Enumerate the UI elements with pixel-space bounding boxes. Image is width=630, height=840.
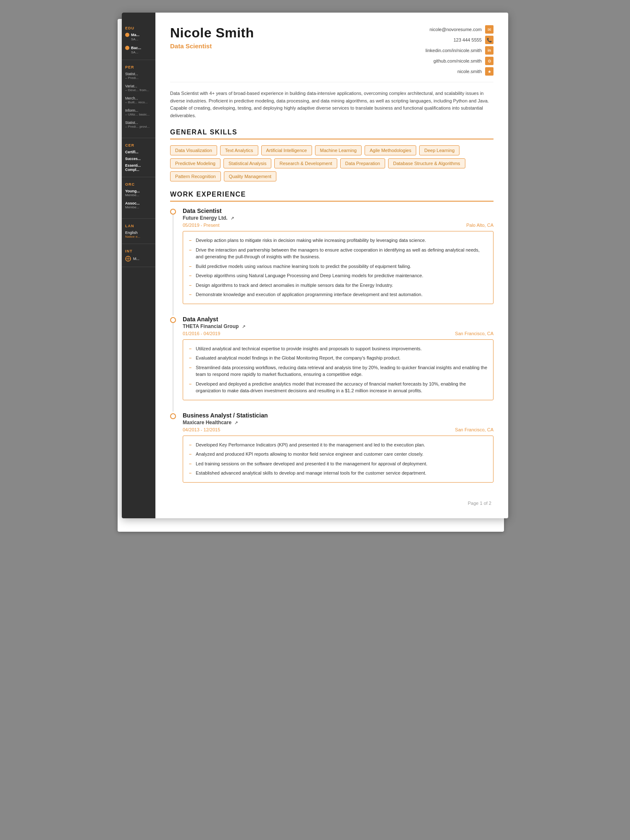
phone-icon: 📞 [485, 36, 494, 44]
skill-tag-9: Data Preparation [340, 158, 385, 168]
org-name-1: Young... [125, 189, 152, 193]
job-title-1: Data Analyst [183, 316, 494, 323]
per-item-2: Variat... – Deve... from... [125, 84, 152, 92]
sidebar-lan-label: LAN [125, 224, 152, 228]
edu-degree-1: Ma... [131, 33, 139, 37]
job-item-1: Data Analyst THETA Financial Group ↗ 01/… [170, 316, 494, 400]
sidebar-cer-section: CER Certifi... Succes... Essenti... Comp… [122, 138, 155, 177]
skill-tag-6: Predictive Modeling [170, 158, 220, 168]
lang-1: English [125, 231, 152, 235]
resume-header: Nicole Smith Data Scientist nicole@novor… [170, 25, 494, 82]
org-item-2: Assoc... Membe... [125, 201, 152, 209]
portfolio-icon: ★ [485, 67, 494, 76]
contact-linkedin: linkedin.com/in/nicole.smith in [425, 46, 494, 55]
skill-tag-11: Pattern Recognition [170, 171, 221, 181]
job-dates-1: 01/2016 - 04/2019 [183, 331, 220, 336]
job-line-1 [173, 323, 173, 412]
bullet-2-2: Led training sessions on the software de… [189, 459, 487, 469]
contact-email: nicole@novoresume.com ✉ [430, 25, 494, 34]
job-dates-0: 05/2019 - Present [183, 223, 219, 228]
phone-text: 123 444 5555 [454, 37, 482, 42]
github-text: github.com/nicole.smith [433, 58, 482, 63]
sidebar: EDU Ma... SA... Bac... SA... [122, 13, 155, 518]
job-location-2: San Francisco, CA [455, 427, 494, 432]
org-item-1: Young... Membe... [125, 189, 152, 197]
per-name-4: Inform... [125, 108, 152, 113]
contact-phone: 123 444 5555 📞 [454, 36, 494, 44]
interest-icon-1 [125, 256, 131, 262]
skill-tag-2: Artificial Intelligence [261, 145, 312, 155]
edu-school-1: SA... [131, 37, 139, 42]
per-item-4: Inform... – Utiliz... basic... [125, 108, 152, 116]
skill-tag-0: Data Visualization [170, 145, 217, 155]
edu-school-2: SA... [131, 50, 141, 55]
bullet-1-1: Evaluated analytical model findings in t… [189, 353, 487, 363]
job-bullets-0: Develop action plans to mitigate risks i… [183, 231, 494, 304]
skill-tag-12: Quality Management [224, 171, 277, 181]
linkedin-icon: in [485, 46, 494, 55]
resume-page: EDU Ma... SA... Bac... SA... [122, 13, 508, 518]
sidebar-org-section: ORC Young... Membe... Assoc... Membe... [122, 177, 155, 219]
sidebar-cer-label: CER [125, 143, 152, 147]
job-dates-location-2: 04/2013 - 12/2015 San Francisco, CA [183, 427, 494, 432]
per-sub-5: – Predi... provi... [125, 125, 152, 129]
job-company-0: Future Energy Ltd. ↗ [183, 215, 494, 221]
skill-tag-7: Statistical Analysis [223, 158, 271, 168]
bullet-1-0: Utilized analytical and technical expert… [189, 344, 487, 354]
contact-github: github.com/nicole.smith ⚙ [433, 57, 494, 65]
summary-text: Data Scientist with 4+ years of broad-ba… [170, 90, 494, 119]
bullet-2-0: Developed Key Performance Indicators (KP… [189, 440, 487, 450]
sidebar-lan-section: LAN English Native e... [122, 219, 155, 244]
skills-container: Data Visualization Text Analytics Artifi… [170, 145, 494, 181]
job-circle-2 [170, 413, 176, 419]
job-dates-location-0: 05/2019 - Present Palo Alto, CA [183, 223, 494, 228]
per-name-5: Statist... [125, 121, 152, 125]
candidate-title: Data Scientist [170, 42, 254, 50]
org-role-2: Membe... [125, 205, 152, 209]
ext-link-icon-2: ↗ [234, 420, 238, 425]
per-item-3: Merch... – Built... reco... [125, 96, 152, 104]
job-location-1: San Francisco, CA [455, 331, 494, 336]
job-circle-1 [170, 317, 176, 323]
per-name-3: Merch... [125, 96, 152, 100]
edu-degree-2: Bac... [131, 46, 141, 50]
job-title-0: Data Scientist [183, 207, 494, 214]
ext-link-icon-1: ↗ [242, 324, 245, 329]
sidebar-edu-label: EDU [125, 26, 152, 30]
sidebar-int-label: INT [125, 249, 152, 253]
bullet-0-2: Build predictive models using various ma… [189, 262, 487, 271]
candidate-name: Nicole Smith [170, 25, 254, 41]
skill-tag-8: Research & Development [274, 158, 337, 168]
skill-tag-1: Text Analytics [220, 145, 258, 155]
sidebar-per-label: PER [125, 65, 152, 69]
contact-section: nicole@novoresume.com ✉ 123 444 5555 📞 l… [425, 25, 494, 76]
skill-tag-3: Machine Learning [315, 145, 362, 155]
lang-level-1: Native e... [125, 235, 152, 239]
job-item-2: Business Analyst / Statistician Maxicare… [170, 412, 494, 483]
skills-heading: GENERAL SKILLS [170, 129, 494, 139]
interest-label-1: M... [133, 257, 139, 261]
job-company-1: THETA Financial Group ↗ [183, 323, 494, 329]
contact-portfolio: nicole.smith ★ [457, 67, 494, 76]
bullet-2-1: Analyzed and produced KPI reports allowi… [189, 449, 487, 459]
org-role-1: Membe... [125, 193, 152, 197]
job-dates-2: 04/2013 - 12/2015 [183, 427, 220, 432]
interest-item-1: M... [125, 256, 152, 262]
cert-1: Certifi... [125, 150, 152, 154]
per-sub-3: – Built... reco... [125, 100, 152, 104]
linkedin-text: linkedin.com/in/nicole.smith [425, 48, 482, 53]
job-company-2: Maxicare Healthcare ↗ [183, 420, 494, 425]
skill-tag-10: Database Structure & Algorithms [388, 158, 465, 168]
page-number-1: Page 1 of 2 [170, 494, 494, 506]
per-sub-4: – Utiliz... basic... [125, 113, 152, 116]
sidebar-per-section: PER Statist... – Predi... Variat... – De… [122, 60, 155, 138]
job-bullets-1: Utilized analytical and technical expert… [183, 339, 494, 400]
name-section: Nicole Smith Data Scientist [170, 25, 254, 50]
job-title-2: Business Analyst / Statistician [183, 412, 494, 419]
edu-dot-1 [125, 33, 129, 37]
job-line-0 [173, 215, 173, 315]
main-content: Nicole Smith Data Scientist nicole@novor… [155, 13, 508, 518]
sidebar-edu-item-2: Bac... SA... [125, 46, 152, 55]
sidebar-int-section: INT M... [122, 244, 155, 267]
sidebar-edu-item-1: Ma... SA... [125, 33, 152, 42]
